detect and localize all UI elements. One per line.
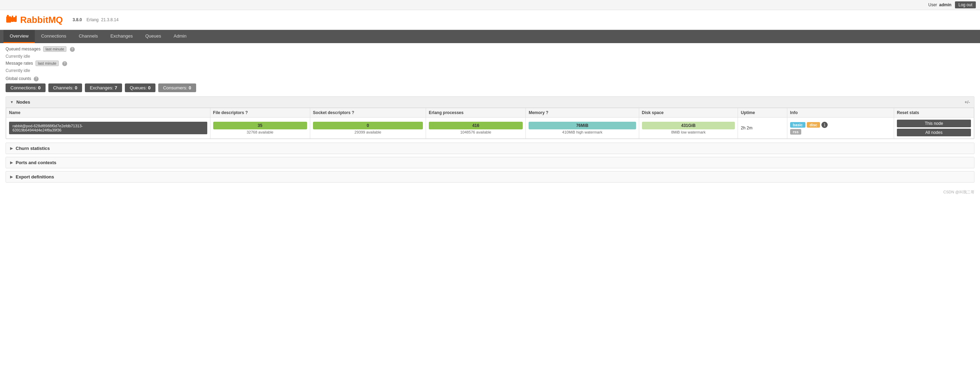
th-erlang-processes: Erlang processes [426,108,525,118]
header: RabbitMQ 3.8.0 Erlang 21.3.8.14 [0,10,980,30]
idle-text-2: Currently idle [6,68,974,73]
erlang-processes-cell: 416 1048576 available [426,118,525,139]
nav-channels[interactable]: Channels [72,30,104,43]
info-tags: basic disc 1 [790,122,891,128]
th-disk-space: Disk space [639,108,738,118]
exchanges-count: 7 [115,85,117,91]
ports-contexts-section: ▶ Ports and contexts [6,157,974,168]
svg-rect-4 [12,16,13,18]
churn-statistics-title: Churn statistics [16,146,50,151]
all-nodes-button[interactable]: All nodes [897,129,971,136]
queued-messages-help[interactable]: ? [70,47,75,52]
nav-connections[interactable]: Connections [35,30,72,43]
table-row: rabbit@pod-628df8988f0d7e2efdb71313-6391… [6,118,974,139]
logo-mq: MQ [48,14,63,25]
version-number: 3.8.0 [73,17,82,22]
nodes-section-header[interactable]: ▼ Nodes +/- [6,97,974,108]
nav-admin[interactable]: Admin [167,30,192,43]
message-rates-help[interactable]: ? [62,61,67,66]
message-rates-badge: last minute [35,60,59,66]
consumers-count: 0 [189,85,191,91]
nodes-table: Name File descriptors ? Socket descripto… [6,108,974,139]
disk-space-bar: 431GiB [642,122,735,129]
channels-badge[interactable]: Channels: 0 [48,83,82,92]
th-socket-descriptors: Socket descriptors ? [310,108,426,118]
export-definitions-section: ▶ Export definitions [6,171,974,183]
queues-label: Queues: [130,85,148,91]
nodes-title: Nodes [16,99,30,105]
version-info: 3.8.0 Erlang 21.3.8.14 [73,17,119,22]
info-count: 1 [821,122,828,128]
ports-arrow-icon: ▶ [10,160,13,165]
ports-contexts-header[interactable]: ▶ Ports and contexts [6,157,974,168]
connections-count: 0 [38,85,41,91]
global-counts: Global counts ? Connections: 0 Channels:… [6,76,974,92]
rss-tag-row: rss [790,129,891,134]
top-bar: User admin Log out [0,0,980,10]
memory-help[interactable]: ? [546,110,549,115]
logo: RabbitMQ [6,14,63,26]
main-content: Queued messages last minute ? Currently … [0,43,980,198]
consumers-badge[interactable]: Consumers: 0 [158,83,196,92]
user-name: admin [939,2,951,7]
this-node-button[interactable]: This node [897,119,971,127]
ports-contexts-title: Ports and contexts [16,160,56,165]
export-arrow-icon: ▶ [10,175,13,179]
memory-sub: 410MiB high watermark [528,130,636,134]
global-counts-help[interactable]: ? [34,76,38,81]
churn-statistics-section: ▶ Churn statistics [6,143,974,154]
erlang-processes-bar: 416 [429,122,523,129]
erlang-version: 21.3.8.14 [101,17,119,22]
socket-descriptors-cell: 0 29399 available [310,118,426,139]
nodes-plus-minus[interactable]: +/- [964,99,970,105]
uptime-cell: 2h 2m [738,118,788,139]
footer: CSDN @叫我二哥 [6,189,974,195]
connections-label: Connections: [10,85,38,91]
logout-button[interactable]: Log out [955,2,976,8]
churn-statistics-header[interactable]: ▶ Churn statistics [6,143,974,154]
queued-messages-row: Queued messages last minute ? [6,47,974,52]
logo-text: RabbitMQ [20,14,63,25]
socket-descriptors-bar: 0 [313,122,423,129]
exchanges-badge[interactable]: Exchanges: 7 [85,83,122,92]
memory-cell: 76MiB 410MiB high watermark [526,118,639,139]
socket-desc-help[interactable]: ? [352,110,354,115]
disk-space-sub: 8MiB low watermark [642,130,735,134]
export-definitions-title: Export definitions [16,174,54,180]
file-descriptors-cell: 35 32768 available [210,118,310,139]
node-name: rabbit@pod-628df8988f0d7e2efdb71313-6391… [9,122,207,134]
action-buttons: This node All nodes [897,119,971,136]
nodes-chevron-icon: ▼ [10,100,14,104]
svg-rect-5 [15,16,17,18]
export-definitions-header[interactable]: ▶ Export definitions [6,172,974,182]
th-file-descriptors: File descriptors ? [210,108,310,118]
connections-badge[interactable]: Connections: 0 [6,83,46,92]
file-desc-help[interactable]: ? [245,110,248,115]
idle-text-1: Currently idle [6,54,974,59]
th-memory: Memory ? [526,108,639,118]
th-reset-stats: Reset stats [894,108,974,118]
nav-exchanges[interactable]: Exchanges [104,30,139,43]
uptime-value: 2h 2m [741,126,752,130]
queues-count: 0 [148,85,151,91]
queues-badge[interactable]: Queues: 0 [125,83,156,92]
nav-overview[interactable]: Overview [3,30,35,43]
churn-arrow-icon: ▶ [10,146,13,151]
file-descriptors-bar: 35 [213,122,307,129]
nodes-table-header-row: Name File descriptors ? Socket descripto… [6,108,974,118]
erlang-label: Erlang [87,17,99,22]
disk-space-cell: 431GiB 8MiB low watermark [639,118,738,139]
th-info: Info [787,108,894,118]
memory-bar: 76MiB [528,122,636,129]
reset-stats-cell: This node All nodes [894,118,974,139]
main-nav: Overview Connections Channels Exchanges … [0,30,980,43]
nav-queues[interactable]: Queues [139,30,168,43]
rabbitmq-logo-icon [6,14,18,26]
file-descriptors-sub: 32768 available [213,130,307,134]
count-badges: Connections: 0 Channels: 0 Exchanges: 7 … [6,83,974,92]
footer-text: CSDN @叫我二哥 [943,190,974,194]
info-content: basic disc 1 rss [790,122,891,134]
queued-messages-badge: last minute [43,46,67,52]
socket-descriptors-sub: 29399 available [313,130,423,134]
channels-count: 0 [75,85,77,91]
